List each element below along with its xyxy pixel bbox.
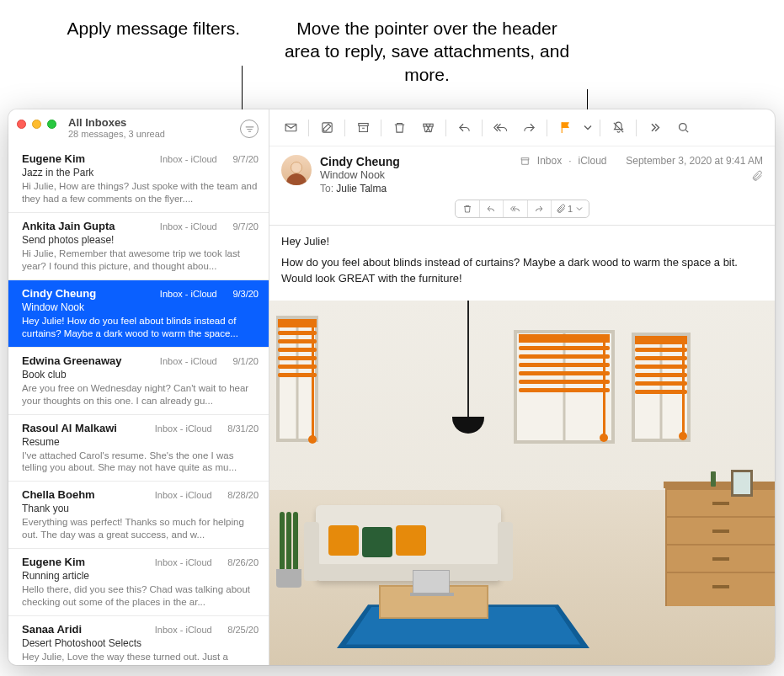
forward-icon xyxy=(522,120,536,135)
junk-button[interactable] xyxy=(415,116,440,140)
forward-button[interactable] xyxy=(516,116,541,140)
msg-mailbox: Inbox - iCloud xyxy=(160,221,217,232)
window-controls xyxy=(17,116,56,129)
svg-point-7 xyxy=(679,124,686,131)
archive-button[interactable] xyxy=(350,116,376,140)
mute-button[interactable] xyxy=(605,116,631,140)
header-attachments-button[interactable]: 1 xyxy=(552,200,589,217)
filter-button[interactable] xyxy=(240,120,259,138)
to-label: To: xyxy=(320,183,333,194)
header-hover-toolbar: 1 xyxy=(455,200,589,218)
attachment-icon[interactable] xyxy=(751,170,763,182)
msg-sender: Ankita Jain Gupta xyxy=(22,220,115,232)
chevron-down-icon xyxy=(581,120,595,135)
msg-date: 8/28/20 xyxy=(227,490,259,500)
trash-icon xyxy=(392,120,407,135)
forward-icon xyxy=(534,204,544,214)
message-viewer-pane: Cindy Cheung Window Nook To: Julie Talma… xyxy=(269,109,775,665)
header-delete-button[interactable] xyxy=(456,200,480,217)
minimize-window-button[interactable] xyxy=(32,120,41,129)
msg-date: 9/3/20 xyxy=(232,289,259,299)
message-subject: Window Nook xyxy=(320,169,511,181)
message-list-item[interactable]: Eugene KimInbox - iCloud 8/26/20Running … xyxy=(8,549,269,616)
mailbox-location[interactable]: Inbox · iCloud September 3, 2020 at 9:41… xyxy=(520,155,763,167)
attachment-count: 1 xyxy=(568,204,573,214)
reply-all-icon xyxy=(510,204,520,214)
mailbox-account: iCloud xyxy=(579,155,607,167)
trash-icon xyxy=(462,204,472,214)
msg-subject: Running article xyxy=(22,570,259,582)
compose-button[interactable] xyxy=(314,116,339,140)
message-list-item[interactable]: Ankita Jain GuptaInbox - iCloud 9/7/20Se… xyxy=(8,213,269,280)
message-list-item[interactable]: Sanaa AridiInbox - iCloud 8/25/20Desert … xyxy=(8,616,269,665)
delete-button[interactable] xyxy=(387,116,412,140)
msg-preview: Hi Julie, Remember that awesome trip we … xyxy=(22,248,259,273)
sidebar-header: All Inboxes 28 messages, 3 unread xyxy=(8,109,269,146)
search-icon xyxy=(676,120,691,135)
msg-date: 9/1/20 xyxy=(232,356,259,366)
reply-icon xyxy=(486,204,496,214)
reply-button[interactable] xyxy=(451,116,477,140)
msg-subject: Jazz in the Park xyxy=(22,167,259,178)
get-mail-button[interactable] xyxy=(278,116,303,140)
header-reply-all-button[interactable] xyxy=(504,200,528,217)
mailbox-icon xyxy=(520,156,531,167)
envelope-icon xyxy=(284,120,298,135)
sender-avatar[interactable] xyxy=(281,155,312,185)
msg-sender: Edwina Greenaway xyxy=(22,354,122,367)
reply-all-icon xyxy=(493,120,508,135)
msg-date: 9/7/20 xyxy=(232,154,259,164)
close-window-button[interactable] xyxy=(17,120,26,129)
chevron-down-icon xyxy=(574,204,584,214)
toolbar-overflow-button[interactable] xyxy=(642,116,667,140)
msg-subject: Book club xyxy=(22,369,259,381)
message-list-item[interactable]: Rasoul Al MalkawiInbox - iCloud 8/31/20R… xyxy=(8,415,269,482)
callout-header-hover: Move the pointer over the header area to… xyxy=(280,17,574,86)
body-line: How do you feel about blinds instead of … xyxy=(281,255,763,287)
msg-preview: Hello there, did you see this? Chad was … xyxy=(22,583,259,609)
toolbar-separator xyxy=(344,120,345,136)
search-button[interactable] xyxy=(670,116,696,140)
header-forward-button[interactable] xyxy=(528,200,552,217)
zoom-window-button[interactable] xyxy=(47,120,56,129)
body-line: Hey Julie! xyxy=(281,234,763,250)
msg-subject: Window Nook xyxy=(22,301,259,313)
flag-menu-button[interactable] xyxy=(581,116,595,140)
msg-subject: Desert Photoshoot Selects xyxy=(22,637,259,649)
msg-sender: Cindy Cheung xyxy=(22,287,96,300)
msg-mailbox: Inbox - iCloud xyxy=(155,557,212,567)
svg-rect-5 xyxy=(358,124,367,126)
mailbox-status: 28 messages, 3 unread xyxy=(68,129,233,139)
mailbox-folder: Inbox xyxy=(537,155,562,167)
msg-subject: Thank you xyxy=(22,503,259,514)
msg-sender: Sanaa Aridi xyxy=(22,623,82,636)
junk-icon xyxy=(421,120,435,135)
flag-button[interactable] xyxy=(552,116,578,140)
header-reply-button[interactable] xyxy=(480,200,504,217)
toolbar-separator xyxy=(445,120,446,136)
msg-subject: Resume xyxy=(22,436,259,448)
msg-sender: Rasoul Al Malkawi xyxy=(22,422,117,434)
bell-slash-icon xyxy=(611,120,626,135)
message-header[interactable]: Cindy Cheung Window Nook To: Julie Talma… xyxy=(269,146,775,226)
message-list[interactable]: Eugene KimInbox - iCloud 9/7/20Jazz in t… xyxy=(8,146,269,665)
message-list-item[interactable]: Cindy CheungInbox - iCloud 9/3/20Window … xyxy=(8,280,269,348)
reply-all-button[interactable] xyxy=(488,116,513,140)
message-list-item[interactable]: Eugene KimInbox - iCloud 9/7/20Jazz in t… xyxy=(8,146,269,213)
filter-icon xyxy=(244,124,255,135)
msg-date: 8/31/20 xyxy=(227,423,259,434)
message-text: Hey Julie! How do you feel about blinds … xyxy=(269,226,775,301)
attachment-image[interactable] xyxy=(269,301,775,665)
flag-icon xyxy=(558,120,573,135)
message-list-item[interactable]: Chella BoehmInbox - iCloud 8/28/20Thank … xyxy=(8,482,269,549)
callout-filter: Apply message filters. xyxy=(63,17,240,40)
msg-subject: Send photos please! xyxy=(22,234,259,246)
msg-mailbox: Inbox - iCloud xyxy=(155,490,212,500)
msg-sender: Eugene Kim xyxy=(22,556,85,568)
msg-mailbox: Inbox - iCloud xyxy=(160,356,217,366)
msg-preview: Are you free on Wednesday night? Can't w… xyxy=(22,382,259,407)
svg-rect-8 xyxy=(521,157,529,159)
message-list-item[interactable]: Edwina GreenawayInbox - iCloud 9/1/20Boo… xyxy=(8,348,269,415)
msg-sender: Eugene Kim xyxy=(22,152,85,165)
message-date: September 3, 2020 at 9:41 AM xyxy=(626,155,763,167)
